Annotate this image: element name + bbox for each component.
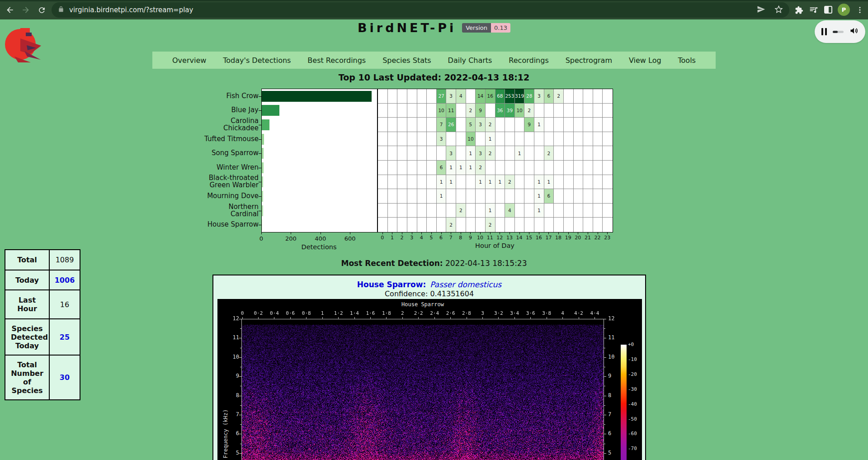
heatmap-cell	[524, 204, 534, 218]
heatmap-cell: 253	[505, 89, 515, 104]
heatmap-cell: 319	[515, 89, 525, 104]
nav-item-tools[interactable]: Tools	[678, 56, 696, 65]
hour-axis-tick: 9	[465, 235, 475, 241]
heatmap-cell	[388, 118, 398, 132]
heatmap-cell	[417, 175, 427, 190]
menu-dots-icon[interactable]	[855, 5, 865, 15]
colorbar-tick-label: -30	[628, 386, 637, 392]
heatmap-cell	[378, 104, 388, 118]
heatmap-cell	[456, 218, 466, 232]
heatmap-cell: 1	[446, 175, 456, 190]
seek-indicator[interactable]	[833, 31, 844, 33]
nav-item-species-stats[interactable]: Species Stats	[382, 56, 431, 65]
heatmap-cell	[407, 132, 417, 147]
heatmap-cell	[495, 189, 505, 204]
heatmap-cell	[466, 218, 476, 232]
stats-label: Last Hour	[5, 290, 49, 319]
heatmap-cell	[544, 118, 554, 132]
hourly-heatmap: 2734141668253319283621011293639102726532…	[377, 89, 613, 232]
extensions-puzzle-icon[interactable]	[794, 5, 804, 15]
axis-tick	[562, 317, 563, 319]
axis-tick-label: 9	[224, 373, 239, 379]
pause-button[interactable]	[821, 28, 827, 35]
heatmap-cell	[583, 89, 593, 104]
heatmap-cell	[554, 204, 564, 218]
heatmap-cell	[495, 161, 505, 175]
heatmap-cell: 1	[466, 146, 476, 161]
stats-value[interactable]: 1006	[49, 270, 80, 290]
axis-tick	[604, 328, 605, 329]
axis-tick-label: 3	[476, 310, 489, 316]
heatmap-cell: 1	[534, 118, 544, 132]
heatmap-cell	[544, 218, 554, 232]
nav-item-overview[interactable]: Overview	[172, 56, 206, 65]
heatmap-cell	[544, 104, 554, 118]
heatmap-cell	[378, 132, 388, 147]
volume-icon[interactable]	[849, 26, 859, 37]
axis-tick	[240, 444, 241, 444]
heatmap-cell	[534, 161, 544, 175]
nav-item-view-log[interactable]: View Log	[629, 56, 661, 65]
send-icon[interactable]	[757, 5, 765, 15]
heatmap-cell: 3	[534, 89, 544, 104]
heatmap-cell	[495, 218, 505, 232]
nav-item-today-s-detections[interactable]: Today's Detections	[223, 56, 291, 65]
heatmap-cell	[554, 189, 564, 204]
version-label: Version	[462, 23, 491, 33]
heatmap-cell	[407, 175, 417, 190]
axis-tick-label: 12	[224, 315, 239, 322]
detections-bar	[262, 148, 264, 159]
audio-player[interactable]	[815, 20, 865, 43]
stats-value[interactable]: 25	[49, 319, 80, 355]
stats-value[interactable]: 30	[49, 355, 80, 400]
url-text[interactable]: virginia.birdnetpi.com/?stream=play	[69, 6, 193, 14]
hour-axis-tick: 3	[407, 235, 417, 241]
axis-tick	[450, 317, 451, 319]
refresh-icon[interactable]	[37, 5, 47, 15]
nav-item-recordings[interactable]: Recordings	[509, 56, 548, 65]
heatmap-cell	[466, 89, 476, 104]
detections-bar	[262, 162, 264, 173]
heatmap-cell	[397, 118, 407, 132]
heatmap-cell	[378, 204, 388, 218]
heatmap-cell	[427, 175, 437, 190]
heatmap-cell: 2	[466, 104, 476, 118]
axis-tick-label: 6	[608, 430, 623, 436]
species-common-name[interactable]: House Sparrow:	[357, 280, 426, 289]
nav-item-spectrogram[interactable]: Spectrogram	[566, 56, 612, 65]
heatmap-cell	[583, 132, 593, 147]
heatmap-cell	[603, 189, 613, 204]
address-bar[interactable]: virginia.birdnetpi.com/?stream=play	[52, 2, 789, 18]
heatmap-cell	[446, 204, 456, 218]
axis-tick	[290, 317, 291, 319]
axis-tick	[258, 317, 259, 319]
nav-item-best-recordings[interactable]: Best Recordings	[307, 56, 366, 65]
hour-axis-label: Hour of Day	[377, 242, 612, 249]
heatmap-cell	[524, 218, 534, 232]
heatmap-cell: 2	[456, 204, 466, 218]
side-panel-icon[interactable]	[824, 6, 832, 14]
back-icon[interactable]	[5, 5, 15, 15]
forward-icon[interactable]	[21, 5, 31, 15]
playlist-icon[interactable]	[809, 5, 819, 15]
spectrogram-title: House Sparrow	[241, 301, 604, 308]
bar-axis-tick: 400	[311, 235, 330, 242]
heatmap-cell	[466, 175, 476, 190]
heatmap-cell	[476, 189, 486, 204]
heatmap-cell	[388, 204, 398, 218]
nav-item-daily-charts[interactable]: Daily Charts	[448, 56, 492, 65]
heatmap-cell: 6	[544, 189, 554, 204]
heatmap-cell	[388, 189, 398, 204]
heatmap-cell	[476, 132, 486, 147]
main-nav: OverviewToday's DetectionsBest Recording…	[152, 52, 716, 69]
heatmap-cell	[593, 89, 603, 104]
species-label: House Sparrow	[113, 217, 259, 232]
heatmap-cell	[554, 161, 564, 175]
heatmap-cell	[574, 218, 584, 232]
axis-tick-label: 3·4	[508, 310, 521, 316]
heatmap-cell: 3	[446, 146, 456, 161]
profile-avatar[interactable]: P	[838, 4, 850, 16]
axis-tick-label: 7	[224, 411, 239, 417]
heatmap-cell: 10	[515, 104, 525, 118]
bookmark-star-icon[interactable]	[774, 5, 783, 15]
